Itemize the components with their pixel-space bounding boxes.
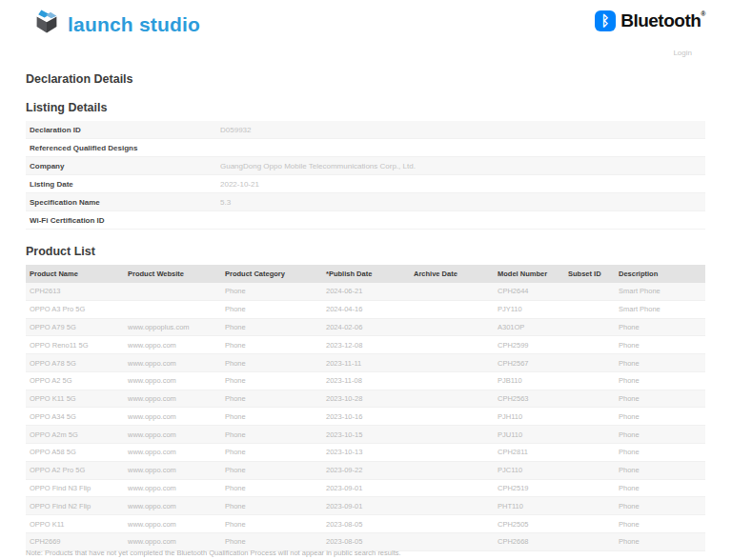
bluetooth-wordmark: Bluetooth®	[620, 10, 705, 31]
field-label: Specification Name	[26, 193, 216, 211]
table-cell: PJH110	[494, 408, 564, 426]
table-cell	[410, 461, 494, 479]
product-list-table: Product NameProduct WebsiteProduct Categ…	[26, 265, 705, 551]
login-link[interactable]: Login	[673, 49, 692, 57]
table-cell: OPPO A58 5G	[26, 444, 124, 462]
column-header-product-category[interactable]: Product Category	[221, 265, 322, 283]
table-cell	[564, 426, 615, 444]
field-value	[216, 139, 705, 157]
table-cell: CPH2563	[494, 390, 564, 408]
column-header--publish-date[interactable]: *Publish Date	[322, 265, 410, 283]
main-content: Declaration Details Listing Details Decl…	[0, 72, 732, 560]
table-cell: OPPO A2 Pro 5G	[26, 461, 124, 479]
registered-mark: ®	[701, 10, 705, 17]
launch-studio-logo[interactable]: launch studio	[31, 8, 200, 42]
table-cell: www.oppo.com	[124, 390, 221, 408]
table-cell: 2023-10-13	[322, 444, 410, 462]
table-cell: CPH2519	[494, 479, 564, 497]
field-value: GuangDong Oppo Mobile Telecommunications…	[216, 157, 705, 175]
column-header-model-number[interactable]: Model Number	[494, 265, 564, 283]
table-cell: Phone	[615, 354, 705, 372]
column-header-description[interactable]: Description	[615, 265, 705, 283]
table-cell: www.oppo.com	[124, 479, 221, 497]
listing-details-table: Declaration IDD059932Referenced Qualifie…	[26, 121, 705, 230]
table-cell: Phone	[221, 444, 322, 462]
table-cell	[410, 390, 494, 408]
table-cell: Phone	[221, 461, 322, 479]
table-cell: Phone	[221, 336, 322, 354]
column-header-product-name[interactable]: Product Name	[26, 265, 124, 283]
table-cell	[410, 515, 494, 533]
bluetooth-icon: ᛒ	[595, 10, 616, 31]
table-cell: Phone	[221, 390, 322, 408]
table-cell: OPPO Find N3 Flip	[26, 479, 124, 497]
table-row: OPPO A78 5Gwww.oppo.comPhone2023-11-11CP…	[26, 354, 705, 372]
field-value: 2022-10-21	[216, 175, 705, 193]
table-cell: Phone	[221, 354, 322, 372]
table-cell	[564, 390, 615, 408]
column-header-subset-id[interactable]: Subset ID	[564, 265, 615, 283]
listing-detail-row: CompanyGuangDong Oppo Mobile Telecommuni…	[26, 157, 705, 175]
table-cell	[410, 408, 494, 426]
field-label: Company	[26, 157, 216, 175]
table-cell	[564, 444, 615, 462]
table-cell: OPPO A34 5G	[26, 408, 124, 426]
table-cell	[564, 336, 615, 354]
table-row: OPPO K11 5Gwww.oppo.comPhone2023-10-28CP…	[26, 390, 705, 408]
table-cell: 2023-11-11	[322, 354, 410, 372]
table-cell: CPH2644	[494, 283, 564, 300]
table-cell: CPH2613	[26, 283, 124, 300]
table-cell: PJC110	[494, 461, 564, 479]
table-cell: Phone	[221, 300, 322, 318]
table-cell: 2024-02-06	[322, 318, 410, 336]
table-cell: www.oppo.com	[124, 408, 221, 426]
table-cell: Smart Phone	[615, 300, 705, 318]
table-cell	[410, 283, 494, 300]
table-cell: www.oppo.com	[124, 426, 221, 444]
table-cell: 2023-10-15	[322, 426, 410, 444]
table-cell: 2023-09-01	[322, 497, 410, 515]
table-cell: 2023-12-08	[322, 336, 410, 354]
table-cell: OPPO A2m 5G	[26, 426, 124, 444]
table-cell	[410, 318, 494, 336]
table-row: OPPO A2 Pro 5Gwww.oppo.comPhone2023-09-2…	[26, 461, 705, 479]
table-cell: Phone	[221, 318, 322, 336]
product-list-heading: Product List	[26, 245, 705, 258]
launch-studio-icon	[31, 8, 62, 42]
table-cell: Phone	[615, 479, 705, 497]
field-value	[216, 211, 705, 230]
table-row: OPPO Find N2 Flipwww.oppo.comPhone2023-0…	[26, 497, 705, 515]
qualification-note: Note: Products that have not yet complet…	[26, 549, 693, 557]
column-header-archive-date[interactable]: Archive Date	[410, 265, 494, 283]
table-cell: CPH2811	[494, 444, 564, 462]
table-row: OPPO A3 Pro 5GPhone2024-04-16PJY110Smart…	[26, 300, 705, 318]
table-row: OPPO A58 5Gwww.oppo.comPhone2023-10-13CP…	[26, 444, 705, 462]
table-cell: Phone	[615, 336, 705, 354]
table-cell: 2023-10-28	[322, 390, 410, 408]
table-cell	[564, 283, 615, 300]
table-cell	[564, 461, 615, 479]
listing-detail-row: Specification Name5.3	[26, 193, 705, 211]
table-cell	[564, 371, 615, 390]
table-cell: 2023-11-08	[322, 371, 410, 390]
page-title: Declaration Details	[26, 72, 705, 86]
field-label: Declaration ID	[26, 121, 216, 139]
table-row: CPH2613Phone2024-06-21CPH2644Smart Phone	[26, 283, 705, 300]
table-cell: Phone	[221, 515, 322, 533]
table-cell: 2023-08-05	[322, 515, 410, 533]
table-cell: Phone	[615, 515, 705, 533]
table-cell: Phone	[221, 497, 322, 515]
table-row: OPPO A2 5Gwww.oppo.comPhone2023-11-08PJB…	[26, 371, 705, 390]
table-cell	[410, 371, 494, 390]
table-cell: OPPO A2 5G	[26, 371, 124, 390]
table-cell: Phone	[221, 426, 322, 444]
table-cell	[564, 408, 615, 426]
table-cell	[564, 354, 615, 372]
table-cell: www.oppo.com	[124, 354, 221, 372]
column-header-product-website[interactable]: Product Website	[124, 265, 221, 283]
launch-studio-wordmark: launch studio	[68, 13, 200, 36]
table-cell: www.oppo.com	[124, 336, 221, 354]
login-row: Login	[0, 42, 732, 59]
table-cell: OPPO A79 5G	[26, 318, 124, 336]
table-cell: Phone	[615, 371, 705, 390]
